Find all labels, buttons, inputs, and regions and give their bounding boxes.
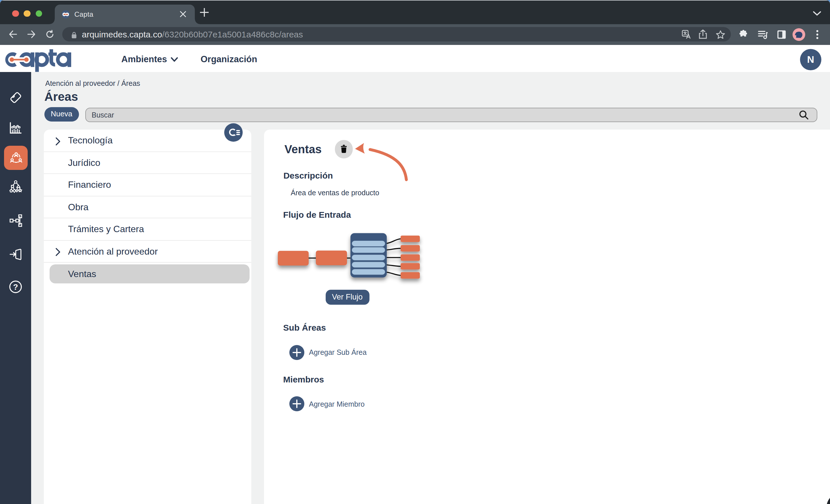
svg-text:?: ? <box>13 282 18 291</box>
